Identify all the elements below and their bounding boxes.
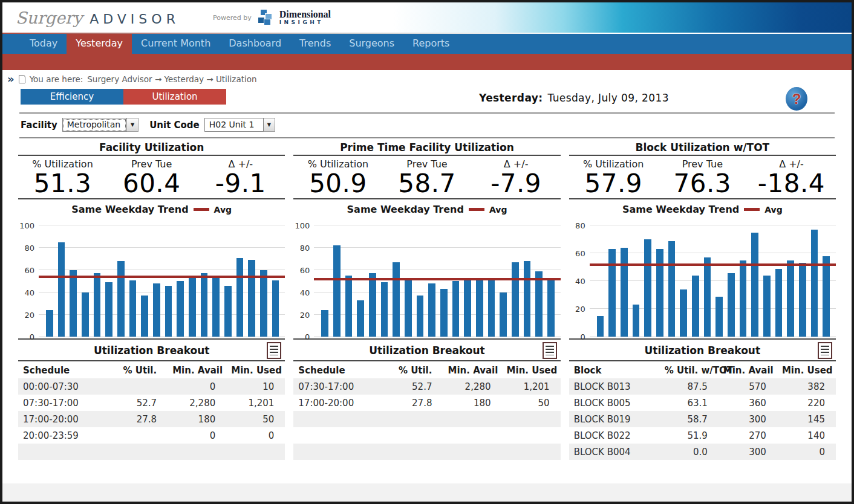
avg-legend-label: Avg: [214, 205, 232, 215]
unit-code-select-arrow-icon[interactable]: ▼: [264, 118, 275, 132]
nav-tab-today[interactable]: Today: [21, 34, 67, 54]
table-cell: BLOCK B013: [569, 378, 660, 395]
table-cell: [18, 444, 109, 460]
report-lines-glyph: [821, 346, 829, 355]
bar: [70, 270, 77, 337]
bar: [141, 296, 148, 337]
controls-row: Efficiency Utilization Yesterday:Tuesday…: [2, 86, 852, 111]
same-weekday-trend-chart: 020406080100: [293, 216, 560, 340]
nav-tab-yesterday[interactable]: Yesterday: [67, 34, 132, 54]
bar: [512, 262, 519, 337]
bar-group: [597, 216, 830, 337]
table-cell: 87.5: [660, 378, 719, 395]
breakout-header: Utilization Breakout: [569, 340, 836, 361]
facility-select-value[interactable]: Metropolitan: [62, 118, 127, 132]
help-icon[interactable]: ?: [786, 87, 807, 111]
chart-plot-area: [39, 216, 285, 337]
bar: [621, 248, 628, 337]
report-detail-icon[interactable]: [267, 342, 281, 359]
table-cell: 52.7: [109, 395, 168, 411]
column-header: Schedule: [18, 361, 109, 378]
logo-surgery: Surgery: [16, 8, 82, 27]
bar: [464, 280, 471, 337]
breakout-header: Utilization Breakout: [293, 340, 560, 361]
bar: [799, 263, 806, 337]
y-axis-tick-label: 60: [19, 266, 34, 275]
chart-title: Same Weekday Trend: [71, 204, 188, 215]
avg-line: [314, 278, 560, 280]
nav-accent-band: [2, 54, 852, 70]
table-cell: [384, 444, 443, 460]
bar: [811, 230, 818, 337]
bar: [524, 261, 531, 337]
chart-header: Same Weekday Trend Avg: [569, 204, 836, 215]
nav-tab-surgeons[interactable]: Surgeons: [340, 34, 403, 54]
table-header-row: Schedule % Util. Min. Avail Min. Used: [293, 361, 560, 378]
bar: [680, 289, 687, 337]
breakout-table: Schedule % Util. Min. Avail Min. Used 07…: [293, 361, 560, 460]
report-detail-icon[interactable]: [818, 342, 832, 359]
y-axis-tick-label: 40: [19, 288, 34, 297]
bar: [321, 310, 328, 337]
brand-name: Dimensional: [279, 10, 331, 20]
bar: [775, 269, 783, 337]
panel-facility-utilization: Facility Utilization % Utilization51.3 P…: [18, 140, 285, 480]
table-cell: 180: [443, 395, 501, 411]
kpi-row: % Utilization50.9 Prev Tue58.7 Δ +/--7.9: [293, 156, 560, 199]
chart-header: Same Weekday Trend Avg: [18, 204, 285, 215]
column-header: Min. Avail: [719, 361, 777, 378]
bar: [440, 289, 448, 337]
app-window: Surgery ADVISOR Powered by Dimensional I…: [0, 0, 854, 504]
column-header: Schedule: [293, 361, 384, 378]
table-row: 17:00-20:0027.818050: [18, 411, 285, 427]
bar: [547, 280, 555, 337]
bar: [236, 258, 244, 337]
table-cell: BLOCK B005: [569, 395, 660, 411]
table-cell: [443, 444, 501, 460]
table-row: BLOCK B00563.1360220: [569, 395, 836, 411]
table-cell: [502, 427, 561, 444]
nav-tab-current-month[interactable]: Current Month: [132, 34, 220, 54]
avg-legend-dash-icon: [194, 208, 209, 211]
footer-band: [2, 483, 852, 502]
bar: [500, 292, 507, 337]
cube-icon: [264, 19, 271, 25]
nav-tab-reports[interactable]: Reports: [403, 34, 458, 54]
table-cell: 20:00-23:59: [18, 427, 109, 444]
nav-tab-trends[interactable]: Trends: [290, 34, 340, 54]
bar: [153, 283, 160, 337]
bar: [58, 242, 65, 337]
same-weekday-trend-chart: 020406080: [569, 216, 836, 340]
table-row: 17:00-20:0027.818050: [293, 395, 560, 411]
page-icon[interactable]: [19, 75, 25, 83]
breakout-title: Utilization Breakout: [369, 344, 485, 357]
bar: [345, 276, 353, 337]
facility-select-arrow-icon[interactable]: ▼: [127, 118, 139, 132]
nav-tab-dashboard[interactable]: Dashboard: [220, 34, 290, 54]
table-cell: [109, 427, 168, 444]
avg-legend-dash-icon: [744, 208, 760, 211]
filter-bar: Facility Metropolitan ▼ Unit Code H02 Un…: [2, 114, 852, 136]
table-cell: 0: [226, 427, 285, 444]
bar: [417, 296, 424, 337]
table-cell: 50: [226, 411, 285, 427]
panel-title: Block Utilization w/TOT: [569, 140, 836, 156]
y-axis-tick-label: 80: [19, 244, 34, 253]
column-header: Min. Avail: [168, 361, 226, 378]
expand-chevrons-icon[interactable]: »: [7, 75, 15, 83]
view-toggle: Efficiency Utilization: [21, 89, 226, 105]
table-cell: 2,280: [443, 378, 501, 395]
table-row: [293, 427, 560, 444]
column-header: % Util. w/TOT: [660, 361, 719, 378]
efficiency-tab[interactable]: Efficiency: [21, 89, 123, 105]
table-cell: BLOCK B022: [569, 427, 660, 444]
table-cell: 270: [719, 427, 777, 444]
table-cell: BLOCK B004: [569, 444, 660, 460]
utilization-tab[interactable]: Utilization: [123, 89, 226, 105]
table-cell: 0: [168, 427, 226, 444]
table-cell: 180: [168, 411, 226, 427]
unit-code-select-value[interactable]: H02 Unit 1: [204, 118, 264, 132]
report-detail-icon[interactable]: [543, 342, 557, 359]
table-cell: [293, 411, 384, 427]
bar: [260, 270, 267, 337]
